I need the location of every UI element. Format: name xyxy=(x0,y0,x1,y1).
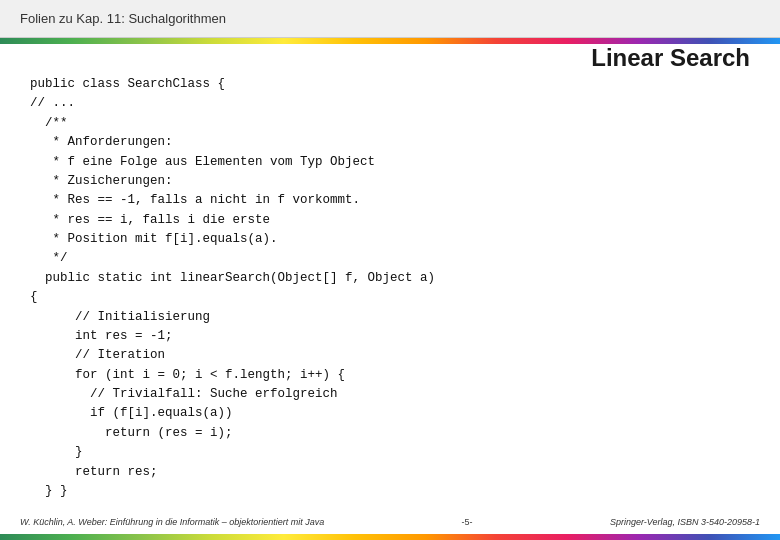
section-heading: Linear Search xyxy=(591,44,750,72)
code-line: // Initialisierung xyxy=(30,308,750,327)
code-line: // Iteration xyxy=(30,346,750,365)
code-line: * Res == -1, falls a nicht in f vorkommt… xyxy=(30,191,750,210)
slide-title: Folien zu Kap. 11: Suchalgorithmen xyxy=(20,11,226,26)
code-line: return (res = i); xyxy=(30,424,750,443)
code-line: } xyxy=(30,443,750,462)
code-line: /** xyxy=(30,114,750,133)
code-line: // Trivialfall: Suche erfolgreich xyxy=(30,385,750,404)
code-line: // ... xyxy=(30,94,750,113)
code-line: public class SearchClass { xyxy=(30,75,750,94)
code-line: for (int i = 0; i < f.length; i++) { xyxy=(30,366,750,385)
footer-area: W. Küchlin, A. Weber: Einführung in die … xyxy=(0,510,780,534)
footer-strip xyxy=(0,534,780,540)
footer-left: W. Küchlin, A. Weber: Einführung in die … xyxy=(20,517,324,527)
footer-right: Springer-Verlag, ISBN 3-540-20958-1 xyxy=(610,517,760,527)
code-line: * Position mit f[i].equals(a). xyxy=(30,230,750,249)
code-area: public class SearchClass { // ... /** * … xyxy=(30,75,750,500)
footer-page: -5- xyxy=(462,517,473,527)
code-line: { xyxy=(30,288,750,307)
code-line: } } xyxy=(30,482,750,501)
code-line: int res = -1; xyxy=(30,327,750,346)
code-line: public static int linearSearch(Object[] … xyxy=(30,269,750,288)
top-bar: Folien zu Kap. 11: Suchalgorithmen xyxy=(0,0,780,38)
slide-container: Folien zu Kap. 11: Suchalgorithmen Linea… xyxy=(0,0,780,540)
code-line: return res; xyxy=(30,463,750,482)
code-line: * f eine Folge aus Elementen vom Typ Obj… xyxy=(30,153,750,172)
code-line: * res == i, falls i die erste xyxy=(30,211,750,230)
code-line: if (f[i].equals(a)) xyxy=(30,404,750,423)
code-line: * Zusicherungen: xyxy=(30,172,750,191)
code-line: * Anforderungen: xyxy=(30,133,750,152)
code-line: */ xyxy=(30,249,750,268)
